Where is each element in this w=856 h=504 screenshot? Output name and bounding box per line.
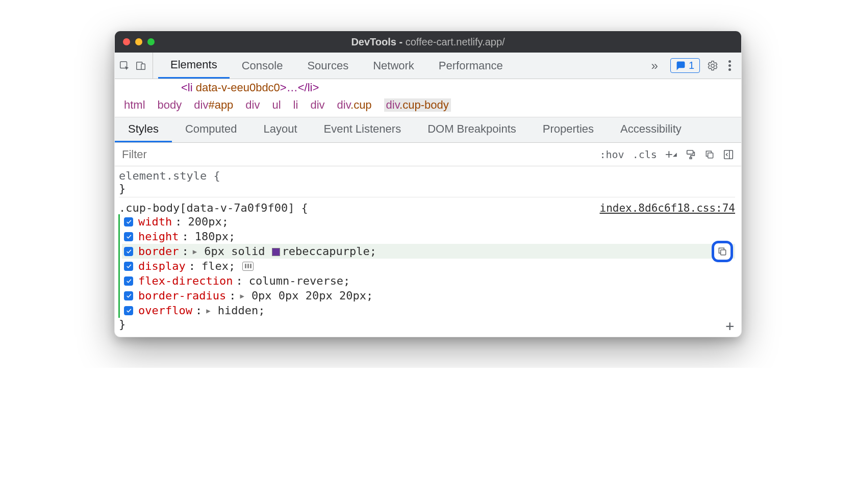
svg-rect-5	[708, 153, 713, 158]
device-toggle-icon[interactable]	[135, 60, 146, 71]
prop-value: 0px 0px 20px 20px;	[251, 289, 373, 302]
svg-rect-2	[141, 64, 145, 69]
svg-rect-4	[690, 157, 692, 159]
prop-value: column-reverse;	[249, 274, 350, 287]
tab-network[interactable]: Network	[361, 53, 426, 79]
subtab-styles[interactable]: Styles	[115, 117, 172, 142]
prop-name: border-radius	[138, 289, 226, 302]
element-style-rule[interactable]: element.style { }	[119, 169, 735, 195]
tab-console[interactable]: Console	[230, 53, 295, 79]
checkbox-icon[interactable]	[124, 262, 133, 271]
inspect-icon[interactable]	[119, 60, 130, 71]
expand-icon[interactable]: ▶	[193, 247, 197, 256]
maximize-button[interactable]	[147, 38, 155, 45]
crumb-div.cup-body[interactable]: div.cup-body	[384, 98, 451, 112]
subtab-dom-breakpoints[interactable]: DOM Breakpoints	[414, 117, 530, 142]
dom-section: <li data-v-eeu0bdc0>…</li> htmlbodydiv#a…	[115, 79, 741, 117]
subtab-accessibility[interactable]: Accessibility	[607, 117, 695, 142]
checkbox-icon[interactable]	[124, 247, 133, 256]
prop-name: display	[138, 260, 186, 272]
checkbox-icon[interactable]	[124, 276, 133, 286]
crumb-body[interactable]: body	[158, 98, 182, 112]
checkbox-icon[interactable]	[124, 306, 133, 315]
window-title: DevTools - coffee-cart.netlify.app/	[115, 36, 741, 48]
prop-height[interactable]: height:180px;	[122, 229, 735, 244]
checkbox-icon[interactable]	[124, 232, 133, 241]
prop-name: height	[138, 230, 179, 243]
title-url: coffee-cart.netlify.app/	[406, 36, 505, 47]
devtools-window: DevTools - coffee-cart.netlify.app/ Elem…	[114, 31, 742, 337]
prop-value: 180px;	[195, 230, 235, 243]
rule-selector[interactable]: .cup-body[data-v-7a0f9f00] {	[119, 201, 308, 214]
crumb-html[interactable]: html	[124, 98, 145, 112]
cls-toggle[interactable]: .cls	[633, 148, 657, 161]
issues-badge[interactable]: 1	[670, 58, 700, 73]
source-link[interactable]: index.8d6c6f18.css:74	[599, 202, 735, 214]
crumb-div.cup[interactable]: div.cup	[337, 98, 372, 112]
expand-icon[interactable]: ▶	[240, 292, 244, 300]
crumb-li[interactable]: li	[293, 98, 298, 112]
new-style-rule-button[interactable]: +◢	[665, 146, 677, 162]
kebab-menu-icon[interactable]	[725, 60, 734, 71]
rule-header: .cup-body[data-v-7a0f9f00] { index.8d6c6…	[119, 197, 735, 214]
badge-count: 1	[689, 60, 694, 71]
more-tabs-button[interactable]: »	[642, 59, 667, 73]
element-style-selector: element.style {	[119, 169, 220, 182]
svg-rect-6	[724, 150, 733, 159]
prop-border[interactable]: border:▶6px solid rebeccapurple;	[122, 244, 735, 259]
prop-display[interactable]: display:flex;	[122, 259, 735, 273]
prop-width[interactable]: width:200px;	[122, 214, 735, 229]
crumb-div[interactable]: div	[245, 98, 260, 112]
flexbox-editor-icon[interactable]	[242, 262, 254, 271]
checkbox-icon[interactable]	[124, 291, 133, 300]
subtab-properties[interactable]: Properties	[530, 117, 607, 142]
styles-filter-row: :hov .cls +◢	[115, 143, 741, 166]
dom-preview-line: <li data-v-eeu0bdc0>…</li>	[115, 81, 741, 95]
styles-subtabs: StylesComputedLayoutEvent ListenersDOM B…	[115, 117, 741, 143]
subtab-layout[interactable]: Layout	[250, 117, 310, 142]
css-properties: width:200px;height:180px;border:▶6px sol…	[118, 214, 735, 318]
checkbox-icon[interactable]	[124, 217, 133, 226]
close-button[interactable]	[123, 38, 130, 45]
filter-input[interactable]	[115, 148, 592, 161]
main-tabs: ElementsConsoleSourcesNetworkPerformance	[158, 53, 642, 79]
settings-icon[interactable]	[707, 60, 718, 71]
prop-border-radius[interactable]: border-radius:▶0px 0px 20px 20px;	[122, 288, 735, 303]
prop-overflow[interactable]: overflow:▶hidden;	[122, 303, 735, 318]
color-swatch[interactable]	[272, 248, 280, 256]
expand-icon[interactable]: ▶	[206, 307, 210, 315]
crumb-div[interactable]: div	[310, 98, 324, 112]
hov-toggle[interactable]: :hov	[599, 148, 624, 161]
close-brace: }	[119, 318, 125, 331]
prop-value: 200px;	[188, 215, 228, 228]
tab-performance[interactable]: Performance	[426, 53, 515, 79]
prop-name: overflow	[138, 304, 192, 317]
close-brace: }	[119, 182, 125, 195]
computed-panel-toggle-icon[interactable]	[723, 149, 734, 160]
crumb-ul[interactable]: ul	[272, 98, 281, 112]
breadcrumb: htmlbodydiv#appdivullidivdiv.cupdiv.cup-…	[115, 95, 741, 117]
prop-value: hidden;	[218, 304, 265, 317]
prop-flex-direction[interactable]: flex-direction:column-reverse;	[122, 273, 735, 288]
prop-name: width	[138, 215, 172, 228]
titlebar: DevTools - coffee-cart.netlify.app/	[115, 31, 741, 53]
prop-value: 6px solid rebeccapurple;	[204, 245, 376, 258]
paint-icon[interactable]	[685, 149, 696, 160]
prop-name: border	[138, 245, 179, 258]
title-prefix: DevTools -	[351, 36, 405, 47]
minimize-button[interactable]	[135, 38, 142, 45]
traffic-lights	[123, 38, 155, 45]
crumb-div#app[interactable]: div#app	[194, 98, 233, 112]
tab-elements[interactable]: Elements	[158, 53, 230, 79]
copy-styles-icon[interactable]	[704, 149, 715, 160]
svg-rect-3	[687, 150, 693, 154]
prop-value: flex;	[202, 260, 235, 272]
add-rule-button[interactable]: +	[725, 319, 734, 334]
svg-rect-8	[721, 249, 726, 255]
prop-name: flex-direction	[138, 274, 233, 287]
main-toolbar: ElementsConsoleSourcesNetworkPerformance…	[115, 53, 741, 79]
styles-pane: element.style { } .cup-body[data-v-7a0f9…	[115, 166, 741, 337]
subtab-computed[interactable]: Computed	[172, 117, 250, 142]
subtab-event-listeners[interactable]: Event Listeners	[311, 117, 415, 142]
tab-sources[interactable]: Sources	[295, 53, 361, 79]
